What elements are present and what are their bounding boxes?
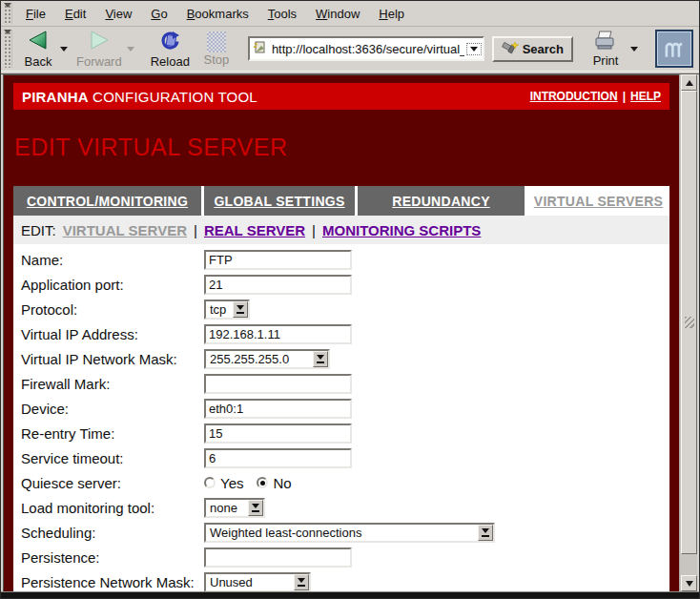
back-dropdown-icon[interactable] [60, 47, 68, 52]
name-input[interactable] [204, 250, 352, 270]
virtual-ip-mask-select[interactable]: 255.255.255.0 [204, 349, 330, 369]
stop-button[interactable]: Stop [195, 29, 238, 69]
persistence-mask-label: Persistence Network Mask: [21, 574, 204, 590]
print-dropdown-icon[interactable] [630, 47, 638, 52]
navigation-toolbar: Back Forward Reload Stop [1, 27, 699, 71]
url-history-dropdown[interactable] [466, 38, 483, 59]
form-row-persistence-mask: Persistence Network Mask: Unused [21, 569, 669, 591]
back-label: Back [25, 54, 52, 69]
forward-dropdown-icon[interactable] [127, 47, 134, 52]
toolbar-grippy-icon[interactable] [3, 30, 12, 68]
page-title: EDIT VIRTUAL SERVER [14, 134, 669, 161]
scheduling-label: Scheduling: [21, 525, 204, 541]
scheduling-dropdown-icon[interactable] [478, 525, 493, 541]
scroll-down-button[interactable] [681, 575, 697, 591]
application-port-input[interactable] [204, 275, 352, 295]
service-timeout-input[interactable] [204, 448, 352, 468]
piranha-page: PIRANHA CONFIGURATION TOOL INTRODUCTION … [3, 74, 679, 591]
menu-bar: File Edit View Go Bookmarks Tools Window… [1, 1, 699, 27]
protocol-select[interactable]: tcp [204, 300, 250, 320]
form-row-firewall-mark: Firewall Mark: [21, 371, 669, 396]
form-row-load-monitoring-tool: Load monitoring tool: none [21, 495, 669, 520]
menu-go[interactable]: Go [141, 3, 176, 25]
service-timeout-label: Service timeout: [21, 450, 204, 466]
load-monitoring-tool-label: Load monitoring tool: [21, 500, 204, 516]
quiesce-no-label: No [273, 475, 291, 491]
tab-virtual-servers[interactable]: VIRTUAL SERVERS [527, 186, 669, 216]
menu-tools[interactable]: Tools [258, 3, 306, 25]
app-title: PIRANHA CONFIGURATION TOOL [22, 89, 257, 105]
banner-links-separator: | [623, 90, 626, 103]
forward-button[interactable]: Forward [72, 29, 127, 69]
menu-edit[interactable]: Edit [55, 3, 95, 25]
menu-help[interactable]: Help [369, 3, 414, 25]
form-row-device: Device: [21, 396, 669, 421]
forward-icon [87, 30, 112, 54]
form-row-name: Name: [21, 247, 669, 272]
subnav-real-server-link[interactable]: REAL SERVER [204, 222, 305, 238]
quiesce-yes-label: Yes [220, 475, 243, 491]
virtual-ip-mask-label: Virtual IP Network Mask: [21, 351, 204, 367]
subnav-separator: | [194, 222, 197, 238]
scroll-up-icon [686, 80, 693, 86]
persistence-input[interactable] [204, 547, 352, 568]
banner-links: INTRODUCTION | HELP [530, 90, 661, 103]
edit-subnav: EDIT: VIRTUAL SERVER | REAL SERVER | MON… [13, 216, 669, 244]
page-proxy-icon [253, 40, 267, 58]
form-row-application-port: Application port: [21, 272, 669, 297]
reload-label: Reload [151, 54, 190, 69]
tab-global-settings[interactable]: GLOBAL SETTINGS [204, 186, 355, 216]
reload-button[interactable]: Reload [146, 29, 195, 69]
device-input[interactable] [204, 399, 352, 419]
search-button[interactable]: Search [492, 36, 573, 62]
form-row-virtual-ip-mask: Virtual IP Network Mask: 255.255.255.0 [21, 346, 669, 371]
vertical-scrollbar[interactable] [679, 74, 697, 591]
flashlight-icon [502, 40, 519, 58]
menu-bookmarks[interactable]: Bookmarks [177, 3, 258, 25]
persistence-mask-select[interactable]: Unused [204, 572, 311, 592]
firewall-mark-input[interactable] [204, 374, 352, 394]
app-title-strong: PIRANHA [22, 89, 89, 105]
protocol-label: Protocol: [21, 301, 204, 318]
tab-control-monitoring[interactable]: CONTROL/MONITORING [13, 186, 201, 216]
persistence-mask-dropdown-icon[interactable] [294, 574, 309, 590]
back-button[interactable]: Back [16, 29, 60, 69]
device-label: Device: [21, 401, 204, 417]
introduction-link[interactable]: INTRODUCTION [530, 90, 618, 103]
scroll-up-button[interactable] [681, 74, 697, 91]
menu-window[interactable]: Window [306, 3, 369, 25]
persistence-label: Persistence: [21, 549, 204, 566]
virtual-ip-mask-value: 255.255.255.0 [206, 351, 313, 367]
protocol-value: tcp [206, 301, 233, 318]
subnav-monitoring-scripts-link[interactable]: MONITORING SCRIPTS [322, 222, 481, 238]
banner: PIRANHA CONFIGURATION TOOL INTRODUCTION … [13, 83, 669, 110]
url-input[interactable] [270, 42, 466, 56]
application-port-label: Application port: [21, 277, 204, 293]
reentry-time-input[interactable] [204, 423, 352, 444]
scheduling-select[interactable]: Weighted least-connections [204, 523, 495, 543]
help-link[interactable]: HELP [630, 90, 661, 103]
subnav-virtual-server[interactable]: VIRTUAL SERVER [63, 222, 187, 238]
tab-redundancy[interactable]: REDUNDANCY [358, 186, 525, 216]
virtual-ip-input[interactable] [204, 324, 352, 344]
firewall-mark-label: Firewall Mark: [21, 376, 204, 392]
toolbar-grippy-icon[interactable] [3, 3, 12, 24]
mozilla-logo[interactable] [655, 30, 693, 68]
name-label: Name: [21, 252, 204, 268]
print-button[interactable]: Print [587, 29, 625, 69]
search-label: Search [523, 42, 564, 56]
form-row-reentry-time: Re-entry Time: [21, 421, 669, 445]
menu-view[interactable]: View [95, 3, 141, 25]
load-monitoring-tool-select[interactable]: none [204, 498, 265, 518]
content-panel: CONTROL/MONITORING GLOBAL SETTINGS REDUN… [13, 186, 669, 591]
quiesce-yes-radio[interactable] [204, 477, 216, 488]
load-monitoring-tool-dropdown-icon[interactable] [248, 500, 263, 516]
browser-viewport: PIRANHA CONFIGURATION TOOL INTRODUCTION … [1, 74, 699, 591]
scrollbar-thumb[interactable] [681, 91, 697, 554]
load-monitoring-tool-value: none [206, 500, 248, 516]
mozilla-m-icon [661, 36, 688, 61]
quiesce-no-radio[interactable] [257, 477, 268, 488]
virtual-ip-mask-dropdown-icon[interactable] [313, 351, 328, 367]
protocol-dropdown-icon[interactable] [233, 301, 248, 318]
menu-file[interactable]: File [16, 3, 55, 25]
